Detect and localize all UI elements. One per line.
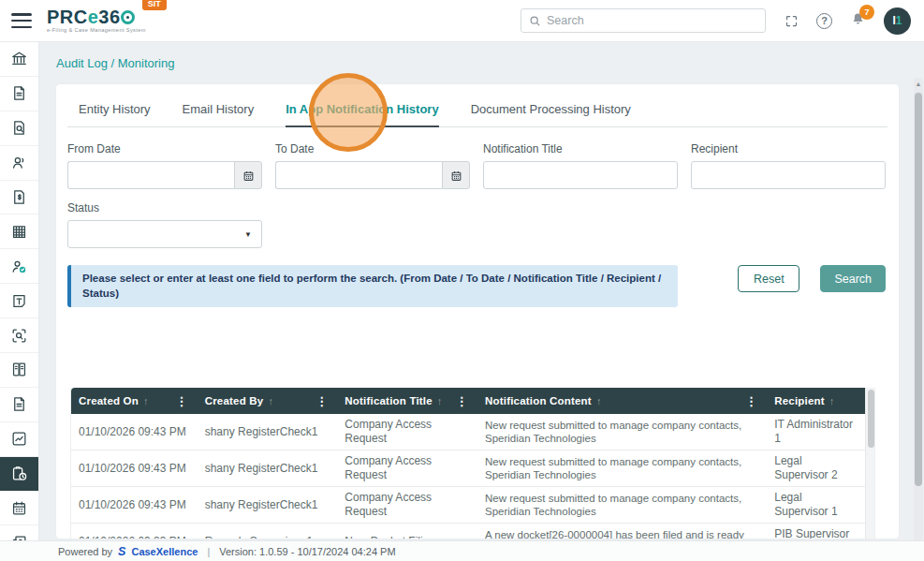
search-input[interactable]: [547, 14, 757, 27]
column-menu-icon[interactable]: ⋮: [743, 394, 759, 408]
sidebar-item-report[interactable]: [0, 388, 38, 422]
logo-e: e: [88, 7, 99, 27]
sidebar-item-document-search[interactable]: [0, 111, 38, 146]
table-cell: Legal Supervisor 1: [767, 487, 865, 523]
table-cell: shany RegisterCheck1: [198, 458, 338, 480]
column-menu-icon[interactable]: ⋮: [454, 394, 470, 408]
column-header-created-by[interactable]: Created By↑⋮: [198, 394, 338, 408]
user-avatar[interactable]: I1: [884, 7, 911, 35]
global-search[interactable]: [521, 8, 766, 33]
table-row[interactable]: 01/10/2026 09:43 PMshany RegisterCheck1C…: [71, 487, 874, 524]
table-cell: 01/10/2026 09:33 PM: [71, 531, 198, 539]
tab-email-history[interactable]: Email History: [183, 102, 255, 126]
tab-entity-history[interactable]: Entity History: [79, 102, 151, 126]
invoice-icon: [10, 188, 28, 206]
hamburger-menu-icon[interactable]: [11, 13, 32, 28]
help-icon[interactable]: ?: [816, 13, 832, 29]
table-row[interactable]: 01/10/2026 09:43 PMshany RegisterCheck1C…: [71, 450, 874, 487]
table-cell: New Docket Filing: [337, 531, 477, 539]
document-icon: [10, 84, 28, 102]
table-cell: Company Access Request: [337, 487, 477, 523]
column-menu-icon[interactable]: ⋮: [173, 394, 189, 408]
table-cell: IT Administrator 1: [767, 414, 865, 450]
sidebar-item-scan-search[interactable]: [0, 318, 38, 353]
sidebar-item-invoice[interactable]: [0, 181, 38, 215]
logo-tagline: e-Filing & Case Management System: [47, 28, 146, 34]
sidebar-item-document[interactable]: [0, 77, 38, 111]
page-scrollbar[interactable]: ▲: [914, 78, 923, 540]
sort-icon[interactable]: ↑: [437, 395, 443, 406]
from-date-input[interactable]: [67, 161, 234, 189]
sidebar-item-users[interactable]: [0, 146, 38, 181]
table-scrollbar[interactable]: [865, 388, 874, 539]
footer-separator: |: [207, 546, 210, 557]
institution-icon: [10, 50, 28, 67]
recipient-input[interactable]: [691, 161, 886, 189]
casexellence-logo-icon: S: [118, 545, 125, 558]
column-header-created-on[interactable]: Created On↑⋮: [71, 394, 198, 408]
table-cell: New request submitted to manage company …: [477, 451, 767, 486]
sort-icon[interactable]: ↑: [143, 395, 149, 406]
sidebar-item-audit-log[interactable]: [0, 457, 38, 492]
users-icon: [10, 154, 28, 171]
to-date-input[interactable]: [275, 161, 442, 189]
notification-title-input[interactable]: [483, 161, 678, 189]
to-date-field: To Date: [275, 142, 470, 189]
notification-title-label: Notification Title: [483, 142, 678, 155]
sidebar-item-user-verify[interactable]: [0, 249, 38, 284]
notification-title-field: Notification Title: [483, 142, 678, 189]
status-field: Status ▼: [67, 201, 262, 248]
column-header-notification-content[interactable]: Notification Content↑⋮: [477, 394, 767, 408]
table-scrollbar-thumb[interactable]: [868, 390, 874, 448]
notifications-bell-icon[interactable]: 7: [850, 11, 866, 31]
logo-zero-icon: [121, 10, 135, 24]
table-cell: 01/10/2026 09:43 PM: [71, 458, 198, 480]
from-date-field: From Date: [67, 142, 262, 189]
fullscreen-icon[interactable]: [785, 14, 799, 28]
logo-36: 36: [98, 7, 120, 27]
search-button[interactable]: Search: [820, 265, 886, 292]
reset-button[interactable]: Reset: [738, 265, 799, 292]
to-date-calendar-icon[interactable]: [442, 161, 470, 189]
sort-icon[interactable]: ↑: [268, 395, 273, 406]
sidebar-item-institution[interactable]: [0, 42, 38, 77]
audit-log-card: Entity History Email History In App Noti…: [56, 84, 899, 539]
from-date-calendar-icon[interactable]: [234, 161, 262, 189]
recipient-label: Recipient: [691, 142, 886, 155]
scroll-up-arrow-icon[interactable]: ▲: [914, 81, 923, 87]
top-navbar: PRCe36 e-Filing & Case Management System…: [0, 0, 924, 42]
table-row[interactable]: 01/10/2026 09:33 PMRecords Supervisor 1N…: [71, 524, 874, 539]
sort-icon[interactable]: ↑: [829, 395, 835, 406]
status-select[interactable]: ▼: [67, 220, 262, 248]
clipboard-clock-icon: [10, 465, 28, 482]
footer-bar: Powered by S CaseXellence | Version: 1.0…: [0, 540, 924, 561]
sidebar-item-chart[interactable]: [0, 422, 38, 457]
tab-document-processing-history[interactable]: Document Processing History: [471, 102, 631, 126]
version-label: Version: 1.0.59 - 10/17/2024 04:24 PM: [219, 546, 395, 557]
column-header-notification-title[interactable]: Notification Title↑⋮: [337, 394, 477, 408]
table-cell: Records Supervisor 1: [198, 531, 338, 539]
app-logo: PRCe36 e-Filing & Case Management System…: [47, 7, 146, 34]
chart-icon: [10, 430, 28, 448]
column-menu-icon[interactable]: ⋮: [314, 394, 330, 408]
tab-in-app-notification-history[interactable]: In App Notification History: [286, 102, 438, 126]
user-check-icon: [10, 258, 28, 275]
table-cell: shany RegisterCheck1: [198, 495, 338, 516]
table-row[interactable]: 01/10/2026 09:43 PMshany RegisterCheck1C…: [71, 414, 874, 450]
logo-text: PRCe36: [47, 7, 146, 26]
to-date-label: To Date: [275, 142, 470, 155]
sidebar-item-ledger[interactable]: [0, 353, 38, 388]
history-tabs: Entity History Email History In App Noti…: [67, 94, 887, 127]
breadcrumb: Audit Log / Monitoring: [39, 42, 924, 70]
table-cell: Company Access Request: [337, 414, 477, 450]
logo-prc: PRC: [47, 7, 88, 27]
sidebar-item-text-document[interactable]: [0, 284, 38, 318]
column-header-recipient[interactable]: Recipient↑: [767, 395, 865, 406]
sort-icon[interactable]: ↑: [596, 395, 602, 406]
building-icon: [10, 223, 28, 241]
avatar-initial: 1: [896, 14, 902, 27]
page-scrollbar-thumb[interactable]: [915, 93, 922, 486]
sidebar-item-building[interactable]: [0, 214, 38, 249]
sidebar-item-calendar[interactable]: [0, 492, 38, 526]
report-icon: [10, 395, 28, 413]
